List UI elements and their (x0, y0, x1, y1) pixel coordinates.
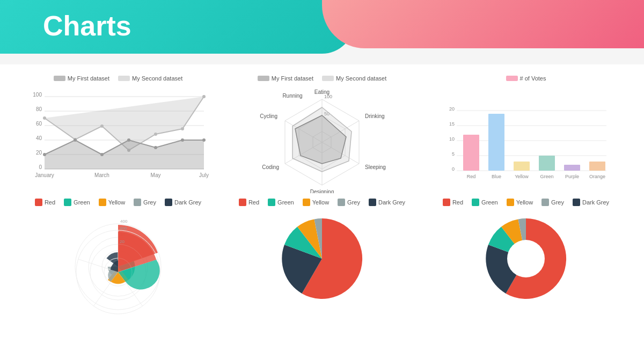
svg-rect-64 (488, 114, 504, 171)
radar-chart-legend: My First dataset My Second dataset (258, 75, 386, 82)
donut-swatch-yellow (507, 199, 514, 206)
pie-label-yellow: Yellow (312, 199, 329, 206)
page-title: Charts (43, 10, 131, 42)
svg-point-20 (202, 95, 206, 98)
donut-swatch-green (472, 199, 479, 206)
svg-point-14 (43, 116, 46, 120)
svg-rect-63 (463, 135, 479, 171)
pie-swatch-darkgrey (369, 199, 376, 206)
pie-legend-green: Green (268, 199, 294, 206)
donut-legend-grey: Grey (541, 199, 564, 206)
polar-label-yellow: Yellow (108, 199, 125, 206)
bar-chart-svg: 0 5 10 15 20 (443, 86, 609, 185)
polar-label-green: Green (74, 199, 90, 206)
polar-legend-darkgrey: Dark Grey (165, 199, 201, 206)
polar-swatch-red (35, 199, 42, 206)
donut-swatch-grey (541, 199, 549, 206)
donut-legend-darkgrey: Dark Grey (573, 199, 609, 206)
svg-rect-67 (564, 165, 580, 171)
pie-legend-darkgrey: Dark Grey (369, 199, 405, 206)
svg-point-19 (181, 127, 184, 130)
svg-text:Running: Running (282, 93, 302, 99)
bar-legend-votes: # of Votes (506, 75, 546, 82)
polar-label-darkgrey: Dark Grey (174, 199, 201, 206)
line-chart-box: My First dataset My Second dataset 0 20 … (21, 75, 215, 182)
svg-rect-66 (539, 156, 555, 171)
legend-item-second: My Second dataset (118, 75, 182, 82)
donut-label-yellow: Yellow (516, 199, 533, 206)
svg-text:100: 100 (33, 92, 42, 98)
bar-label-votes: # of Votes (520, 75, 546, 82)
radar-legend-first: My First dataset (258, 75, 313, 82)
svg-text:400: 400 (120, 226, 127, 231)
pie-legend: Red Green Yellow Grey Dark Grey (239, 199, 405, 206)
main-content: My First dataset My Second dataset 0 20 … (0, 64, 644, 337)
svg-point-23 (74, 138, 77, 142)
svg-text:July: July (199, 172, 209, 178)
svg-text:Eating: Eating (314, 89, 330, 95)
legend-label-first: My First dataset (68, 75, 109, 82)
polar-area-svg: 400 20 (59, 221, 177, 318)
donut-chart-svg (472, 210, 580, 302)
svg-text:15: 15 (449, 121, 455, 127)
svg-point-18 (154, 133, 157, 136)
polar-swatch-grey (134, 199, 141, 206)
svg-text:5: 5 (452, 151, 455, 157)
donut-label-darkgrey: Dark Grey (582, 199, 609, 206)
svg-text:Yellow: Yellow (515, 174, 529, 179)
polar-swatch-green (64, 199, 71, 206)
svg-text:40: 40 (36, 135, 42, 141)
svg-marker-21 (45, 140, 204, 169)
top-charts-row: My First dataset My Second dataset 0 20 … (0, 64, 644, 199)
polar-label-red: Red (45, 199, 55, 206)
polar-legend-grey: Grey (134, 199, 156, 206)
pie-label-green: Green (277, 199, 294, 206)
radar-chart-svg: 100 50 Eating Drinking Sleeping Designin… (247, 86, 397, 193)
polar-legend: Red Green Yellow Grey Dark Grey (35, 199, 201, 206)
pie-label-grey: Grey (347, 199, 360, 206)
svg-point-25 (127, 138, 130, 142)
bar-swatch-votes (506, 76, 518, 81)
pie-chart-svg (268, 210, 376, 302)
legend-swatch-second (118, 76, 130, 81)
pie-swatch-green (268, 199, 275, 206)
svg-text:0: 0 (452, 166, 455, 172)
line-chart-legend: My First dataset My Second dataset (54, 75, 182, 82)
donut-legend: Red Green Yellow Grey Dark Grey (443, 199, 609, 206)
donut-chart-box: Red Green Yellow Grey Dark Grey (429, 199, 623, 302)
donut-legend-green: Green (472, 199, 498, 206)
legend-swatch-first (54, 76, 65, 81)
donut-label-grey: Grey (551, 199, 564, 206)
pie-legend-grey: Grey (338, 199, 360, 206)
pie-label-red: Red (248, 199, 259, 206)
polar-swatch-darkgrey (165, 199, 172, 206)
polar-legend-green: Green (64, 199, 90, 206)
svg-text:May: May (151, 172, 161, 178)
polar-legend-yellow: Yellow (99, 199, 125, 206)
donut-swatch-darkgrey (573, 199, 580, 206)
polar-swatch-yellow (99, 199, 106, 206)
svg-text:Green: Green (540, 174, 553, 179)
svg-point-27 (181, 138, 184, 142)
donut-legend-red: Red (443, 199, 463, 206)
svg-text:0: 0 (39, 164, 42, 170)
polar-label-grey: Grey (143, 199, 156, 206)
svg-text:Purple: Purple (565, 174, 579, 179)
svg-point-26 (154, 146, 157, 149)
pie-chart-box: Red Green Yellow Grey Dark Grey (225, 199, 419, 302)
svg-text:Coding: Coding (262, 164, 279, 170)
polar-legend-red: Red (35, 199, 55, 206)
donut-legend-yellow: Yellow (507, 199, 533, 206)
svg-point-22 (43, 153, 46, 156)
svg-rect-65 (514, 162, 530, 171)
svg-rect-68 (589, 162, 605, 171)
pie-swatch-grey (338, 199, 345, 206)
svg-text:Cycling: Cycling (260, 113, 277, 119)
bottom-charts-row: Red Green Yellow Grey Dark Grey (0, 199, 644, 323)
pie-label-darkgrey: Dark Grey (378, 199, 405, 206)
bar-chart-legend: # of Votes (506, 75, 546, 82)
svg-text:Sleeping: Sleeping (365, 164, 386, 170)
line-chart-svg: 0 20 40 60 80 100 (27, 86, 209, 182)
pie-swatch-yellow (303, 199, 310, 206)
donut-label-red: Red (452, 199, 463, 206)
